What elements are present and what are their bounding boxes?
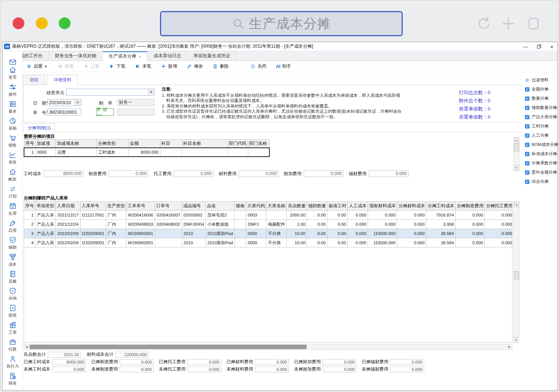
allocation-method-人工分摊[interactable]: 人工分摊 <box>525 133 549 138</box>
bizunit-dropdown-button[interactable]: ▼ <box>148 89 154 95</box>
tab-allocation-detail[interactable]: 分摊明细(1) <box>24 123 55 132</box>
summary-value-field[interactable]: 0.000 <box>390 367 424 372</box>
sidebar-item-首页[interactable]: 首页 <box>3 65 23 81</box>
summary-value-field[interactable]: 0.000 <box>323 359 357 365</box>
column-header[interactable]: 订单号 <box>155 202 182 211</box>
table1-vertical-scrollbar[interactable]: ▲ ▼ <box>514 137 519 171</box>
sidebar-item-品管[interactable]: 品管 <box>3 218 23 234</box>
allocation-method-分摊系数分摊[interactable]: 分摊系数分摊 <box>525 160 557 166</box>
scroll-up-button[interactable]: ▲ <box>514 137 519 143</box>
summary-value-field[interactable]: 0.000 <box>120 367 154 372</box>
last-button[interactable]: 末笔 <box>135 63 151 69</box>
column-header[interactable]: 良品数量 <box>287 202 307 211</box>
column-header[interactable]: 人工成本 <box>348 202 368 211</box>
column-header[interactable]: 序号 <box>24 140 35 148</box>
summary-value-field[interactable]: 0.000 <box>390 359 424 365</box>
column-header[interactable]: 部门名称 <box>248 140 269 148</box>
column-header[interactable]: 大类代码 <box>246 202 266 211</box>
column-header[interactable]: 入库日期 <box>56 202 81 211</box>
scroll-down-button[interactable]: ▼ <box>514 337 519 343</box>
summary-value-field[interactable]: 0.000 <box>323 367 357 372</box>
cost-value-field[interactable]: 0.000 <box>369 170 409 177</box>
bizunit-combobox[interactable]: ▼ <box>66 89 155 96</box>
scroll-thumb[interactable] <box>514 143 519 151</box>
summary-value-field[interactable]: 0.000 <box>120 359 154 365</box>
summary-value-field[interactable]: 0.000 <box>52 367 86 372</box>
subtab-1[interactable]: 详细资料 <box>47 75 78 85</box>
sidebar-item-总账[interactable]: 总账 <box>3 269 23 285</box>
edit-button[interactable]: 修改 <box>187 63 203 69</box>
close-button[interactable]: 关闭 <box>250 63 266 69</box>
table2-vertical-scrollbar[interactable]: ▲ <box>514 201 519 337</box>
table-row[interactable]: 1产品入库2021/12/17I211217001厂内W200416006020… <box>24 211 513 220</box>
summary-value-field[interactable]: 0.000 <box>255 359 289 365</box>
allocation-method-BOM成本分摊[interactable]: BOM成本分摊 <box>525 142 558 147</box>
column-header[interactable]: 生产类型 <box>106 202 126 211</box>
tab-close-icon[interactable]: × <box>139 54 141 59</box>
zoom-traffic-light[interactable] <box>59 17 71 29</box>
table-row[interactable]: 10000运费工时成本8000.000 <box>24 148 269 157</box>
minimize-traffic-light[interactable] <box>36 17 48 29</box>
column-header[interactable]: 入库单号 <box>80 202 106 211</box>
delete-button[interactable]: 删除 <box>212 63 229 69</box>
column-header[interactable]: 标准工时 <box>327 202 348 211</box>
column-header[interactable]: 辅助数量 <box>307 202 327 211</box>
sidebar-item-报表[interactable]: 报表 <box>3 371 23 387</box>
allocation-method-工时分摊[interactable]: 工时分摊 <box>525 123 549 129</box>
column-header[interactable]: 分摊材料成本 <box>397 202 426 211</box>
sidebar-item-操作[interactable]: 操作 <box>3 82 23 98</box>
allocation-method-辅助数量分摊[interactable]: 辅助数量分摊 <box>525 105 557 110</box>
date-dropdown-button[interactable]: ▼ <box>75 100 81 105</box>
cost-value-field[interactable]: 0.000 <box>174 170 214 177</box>
summary-value-field[interactable]: 0.000 <box>187 367 221 372</box>
table-row[interactable]: 4产品入库2022/02/09I220209001厂内W190903001201… <box>24 238 513 248</box>
next-button[interactable]: 下笔 <box>109 63 125 69</box>
maker-field[interactable]: 财务一 <box>117 99 154 106</box>
sidebar-item-辅助[interactable]: 辅助 <box>3 235 23 251</box>
share-reload-icon[interactable] <box>476 16 492 31</box>
subtab-0[interactable]: 浏览 <box>23 75 45 85</box>
sidebar-item-基本[interactable]: 基本 <box>3 99 23 115</box>
scroll-thumb[interactable] <box>514 271 519 279</box>
workspace-tab-1[interactable]: 财务业务一体化对账 <box>49 51 103 61</box>
close-traffic-light[interactable] <box>13 17 24 29</box>
summary-value-field[interactable]: 220000.000 <box>115 352 149 358</box>
column-header[interactable]: 分摊托工费用 <box>485 202 512 211</box>
column-header[interactable]: 序号 <box>24 202 35 211</box>
column-header[interactable]: 分摊工时成本 <box>426 202 456 211</box>
cost-value-field[interactable]: 0.000 <box>304 170 344 177</box>
column-header[interactable]: 规格 <box>235 202 246 211</box>
column-header[interactable]: 工单单号 <box>126 202 155 211</box>
table-row[interactable]: 3产品入库2022/02/09I220209001厂内W190903001201… <box>24 229 513 238</box>
allocation-method-金额分摊[interactable]: 金额分摊 <box>525 86 549 92</box>
sidebar-item-执行力[interactable]: 执行力 <box>3 354 23 370</box>
new-tab-icon[interactable] <box>500 15 517 32</box>
column-header[interactable]: 加减项 <box>35 140 56 148</box>
settings-button[interactable]: 设置▼ <box>26 63 48 69</box>
column-header[interactable]: 金额 <box>129 140 160 148</box>
add-button[interactable]: 新增 <box>161 63 177 69</box>
scroll-right-button[interactable]: ▶ <box>507 344 512 350</box>
summary-value-field[interactable]: 2021.00 <box>48 352 81 358</box>
audit-field[interactable] <box>117 109 154 116</box>
sidebar-item-生管[interactable]: 生管 <box>3 201 23 217</box>
sidebar-item-出纳[interactable]: ¥出纳 <box>3 286 23 302</box>
restore-button[interactable] <box>537 44 541 49</box>
sidebar-item-销售[interactable]: 销售 <box>3 133 23 149</box>
minimize-button[interactable]: — <box>523 44 528 50</box>
column-header[interactable]: 现有材料成本 <box>368 202 397 211</box>
workspace-tab-2[interactable]: 生产成本分摊× <box>103 51 147 61</box>
date-combobox[interactable]: 2023/03/10 ▼ <box>47 99 81 106</box>
horizontal-scrollbar[interactable]: ◀ ▶ <box>24 344 512 350</box>
sidebar-item-采购[interactable]: 采购 <box>3 116 23 132</box>
allocation-method-委外金额分摊[interactable]: 委外金额分摊 <box>525 170 557 175</box>
cost-value-field[interactable]: 8000.000 <box>44 170 83 177</box>
audit-button[interactable]: 审 核 >> <box>96 108 114 116</box>
column-header[interactable]: 品名 <box>206 202 235 211</box>
workspace-tab-4[interactable]: 单据批量生成凭证 <box>187 51 236 61</box>
column-header[interactable]: 加减项名称 <box>56 140 97 148</box>
close-button[interactable]: × <box>550 44 553 50</box>
sidebar-item-固资[interactable]: ¥固资 <box>3 303 23 319</box>
sidebar-item-成本[interactable]: 成本 <box>3 252 23 268</box>
table-row[interactable]: 2产品入库2021/12/24厂内W2004080030200408002DNP… <box>24 220 513 229</box>
